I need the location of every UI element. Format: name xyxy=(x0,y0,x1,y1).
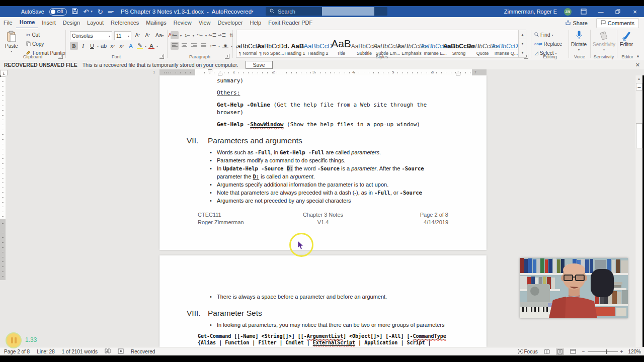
font-color-dropdown-icon[interactable]: ▾ xyxy=(156,44,158,48)
replace-button[interactable]: ab⇄Replace xyxy=(534,40,562,48)
justify-button[interactable] xyxy=(199,42,207,50)
editor-button[interactable]: Editor xyxy=(620,30,633,47)
font-family-select[interactable]: Consolas▾ xyxy=(70,31,112,40)
recorder-pause-button[interactable] xyxy=(6,332,22,348)
line-spacing-icon[interactable]: ↕☰ xyxy=(209,42,217,50)
styles-dialog-launcher[interactable] xyxy=(524,54,528,59)
align-right-button[interactable] xyxy=(190,42,198,50)
bullets-dropdown-icon[interactable]: ▾ xyxy=(180,34,182,37)
read-mode-icon[interactable] xyxy=(543,348,551,355)
zoom-slider[interactable]: − + xyxy=(582,349,623,354)
strikethrough-button[interactable]: ab xyxy=(100,42,108,50)
text-effects-icon[interactable]: A xyxy=(127,42,135,50)
bold-button[interactable]: B xyxy=(70,42,78,50)
font-dialog-launcher[interactable] xyxy=(159,54,164,59)
share-button[interactable]: Share xyxy=(561,18,592,28)
page-2[interactable]: There is always a space before a paramet… xyxy=(159,255,487,347)
tab-references[interactable]: References xyxy=(107,17,142,28)
minimize-button[interactable]: — xyxy=(596,7,606,16)
zoom-in-icon[interactable]: + xyxy=(620,349,623,354)
tab-mailings[interactable]: Mailings xyxy=(142,17,170,28)
ruler-toggle-button[interactable]: ▬ xyxy=(636,83,642,90)
sensitivity-button[interactable]: Sensitivity ▾ xyxy=(593,30,615,51)
line-spacing-dropdown-icon[interactable]: ▾ xyxy=(218,44,220,48)
style-heading-2[interactable]: AaBbCcDHeading 2 xyxy=(306,30,330,57)
increase-indent-icon[interactable]: ⇨☰ xyxy=(218,31,226,39)
style-intense-q-[interactable]: AaBbCcDcIntense Q... xyxy=(495,30,518,57)
title-dropdown-icon[interactable]: ▾ xyxy=(252,10,254,14)
bullets-button[interactable]: •─ xyxy=(171,31,179,39)
numbering-dropdown-icon[interactable]: ▾ xyxy=(193,34,194,37)
paragraph-dialog-launcher[interactable] xyxy=(225,54,229,59)
underline-dropdown-icon[interactable]: ▾ xyxy=(97,44,99,48)
zoom-level[interactable]: 120% xyxy=(628,349,641,354)
recovered-bar-close-icon[interactable]: ✕ xyxy=(635,62,640,68)
paste-dropdown-icon[interactable]: ▾ xyxy=(11,49,12,53)
avatar[interactable]: ZR xyxy=(564,8,572,16)
styles-scroll-up-icon[interactable]: ▲ xyxy=(519,30,526,39)
clipboard-dialog-launcher[interactable] xyxy=(58,54,63,59)
grow-font-icon[interactable]: Aˆ xyxy=(133,31,141,39)
styles-scroll-down-icon[interactable]: ▼ xyxy=(519,39,526,48)
vertical-scrollbar[interactable]: ▲ ▬ xyxy=(635,75,642,347)
word-count[interactable]: 1 of 2101 words xyxy=(62,349,98,354)
italic-button[interactable]: I xyxy=(79,42,87,50)
tab-view[interactable]: View xyxy=(195,17,214,28)
zoom-slider-thumb[interactable] xyxy=(606,349,607,354)
tab-developer[interactable]: Developer xyxy=(214,17,246,28)
scrollbar-thumb[interactable] xyxy=(636,123,642,148)
tab-help[interactable]: Help xyxy=(247,17,265,28)
print-layout-icon[interactable] xyxy=(556,348,564,355)
align-left-button[interactable] xyxy=(171,42,179,50)
style--no-spac-[interactable]: AaBbCcDc¶ No Spac... xyxy=(260,30,284,57)
numbering-button[interactable]: 1─ xyxy=(183,31,191,39)
macro-record-icon[interactable] xyxy=(118,348,124,355)
focus-button[interactable]: Focus xyxy=(518,348,538,355)
restore-button[interactable] xyxy=(613,7,623,16)
page-1[interactable]: summary)Others:Get-Help -Online (Get the… xyxy=(159,75,487,250)
scroll-up-icon[interactable]: ▲ xyxy=(635,75,642,82)
multilevel-dropdown-icon[interactable]: ▾ xyxy=(205,34,207,37)
align-center-button[interactable] xyxy=(180,42,188,50)
customize-qat-icon[interactable]: ▬▾ xyxy=(108,10,114,14)
redo-icon[interactable]: ↻ xyxy=(98,9,103,15)
find-button[interactable]: Find▾ xyxy=(534,31,562,39)
undo-dropdown-icon[interactable]: ▾ xyxy=(91,10,93,14)
zoom-out-icon[interactable]: − xyxy=(582,349,585,354)
line-indicator[interactable]: Line: 28 xyxy=(37,349,55,354)
autosave-toggle[interactable]: Off xyxy=(49,8,67,16)
search-input[interactable]: Search xyxy=(266,7,387,16)
close-button[interactable]: × xyxy=(630,7,640,16)
collapse-ribbon-icon[interactable]: ▲ xyxy=(636,54,640,58)
tab-design[interactable]: Design xyxy=(59,17,84,28)
highlight-dropdown-icon[interactable]: ▾ xyxy=(145,44,146,48)
subscript-button[interactable]: x2 xyxy=(109,42,117,50)
tab-review[interactable]: Review xyxy=(170,17,195,28)
tab-insert[interactable]: Insert xyxy=(38,17,59,28)
save-icon[interactable] xyxy=(72,8,78,15)
font-size-select[interactable]: 11▾ xyxy=(114,31,131,40)
tab-layout[interactable]: Layout xyxy=(84,17,107,28)
shading-icon[interactable]: ◉ xyxy=(221,42,229,50)
change-case-icon[interactable]: Aa▾ xyxy=(153,31,166,39)
multilevel-list-button[interactable]: ∷─ xyxy=(196,31,204,39)
dictate-button[interactable]: Dictate ▾ xyxy=(571,30,587,51)
underline-button[interactable]: U xyxy=(88,42,96,50)
cut-button[interactable]: ✂Cut xyxy=(26,31,66,39)
paste-button[interactable]: Paste ▾ xyxy=(5,31,18,53)
undo-icon[interactable]: ↶ xyxy=(83,9,89,15)
comments-button[interactable]: Comments xyxy=(596,18,639,28)
highlight-color-button[interactable]: ✎ xyxy=(136,42,144,50)
shrink-font-icon[interactable]: Aˇ xyxy=(143,31,151,39)
recovered-save-button[interactable]: Save xyxy=(246,61,273,69)
tab-home[interactable]: Home xyxy=(16,17,39,29)
copy-button[interactable]: Copy xyxy=(26,40,66,48)
style-title[interactable]: AaBTitle xyxy=(330,30,353,57)
tab-file[interactable]: File xyxy=(0,17,16,28)
style-heading-1[interactable]: I. AaBHeading 1 xyxy=(284,30,306,57)
web-layout-icon[interactable] xyxy=(569,348,577,355)
superscript-button[interactable]: x2 xyxy=(118,42,126,50)
decrease-indent-icon[interactable]: ⇦☰ xyxy=(208,31,216,39)
font-color-button[interactable]: A xyxy=(147,42,155,50)
proofing-icon[interactable] xyxy=(105,348,111,355)
